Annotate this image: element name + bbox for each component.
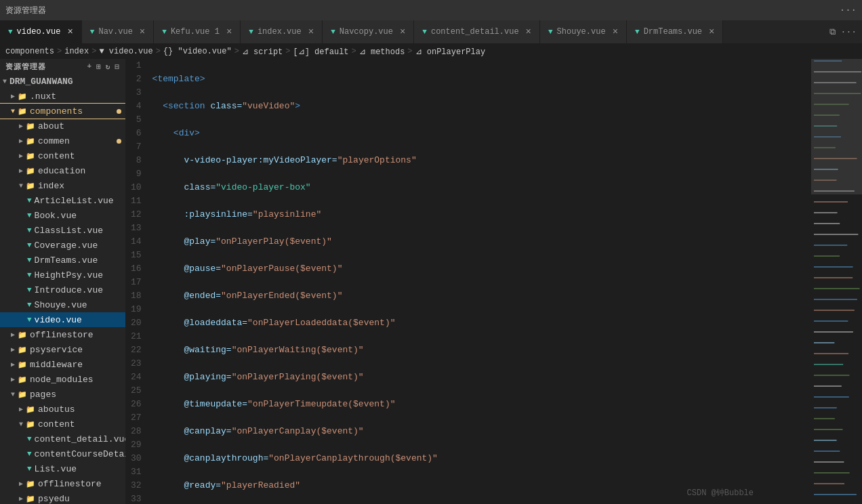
tab-close-icon[interactable]: ×: [613, 26, 618, 37]
sidebar-item-heightpsy[interactable]: ▼ HeightPsy.vue: [0, 268, 125, 282]
sidebar-item-content[interactable]: ▶ 📁 content: [0, 148, 125, 163]
arrow-icon: ▶: [11, 375, 15, 383]
sidebar-item-introduce[interactable]: ▼ Introduce.vue: [0, 282, 125, 297]
item-label: psyedu: [38, 494, 70, 504]
arrow-icon: ▶: [19, 480, 23, 488]
arrow-icon: ▶: [19, 122, 23, 130]
item-label: pages: [30, 390, 56, 400]
sidebar-item-coverage[interactable]: ▼ Coverage.vue: [0, 238, 125, 253]
tab-close-icon[interactable]: ×: [67, 26, 73, 37]
collapse-icon[interactable]: ⊟: [115, 62, 120, 71]
item-label: Coverage.vue: [35, 240, 98, 251]
sidebar-item-offlinestore[interactable]: ▶ 📁 offlinestore: [0, 327, 125, 342]
vue-icon: ▼: [27, 241, 32, 249]
breadcrumb-script-obj[interactable]: {} "video.vue": [163, 47, 232, 56]
more-tabs-icon[interactable]: ···: [841, 27, 857, 37]
sidebar-item-classlist[interactable]: ▼ ClassList.vue: [0, 223, 125, 238]
sidebar-item-index-folder[interactable]: ▼ 📁 index: [0, 178, 125, 193]
arrow-icon: ▶: [19, 405, 23, 413]
tab-close-icon[interactable]: ×: [308, 26, 314, 37]
arrow-icon: ▼: [19, 421, 23, 428]
breadcrumb-components[interactable]: components: [5, 47, 54, 56]
tab-content-detail-vue[interactable]: ▼ content_detail.vue ×: [414, 20, 540, 43]
breadcrumb-video-vue[interactable]: ▼ video.vue: [99, 47, 152, 56]
split-editor-icon[interactable]: ⧉: [829, 27, 836, 37]
refresh-icon[interactable]: ↻: [106, 62, 111, 71]
sidebar-item-psyedu[interactable]: ▶ 📁 psyedu: [0, 491, 125, 504]
breadcrumb-default[interactable]: [⊿] default: [293, 47, 349, 57]
sidebar-item-middleware[interactable]: ▶ 📁 middleware: [0, 357, 125, 372]
sidebar-item-articlelist[interactable]: ▼ ArticleList.vue: [0, 193, 125, 208]
title-dots[interactable]: ···: [840, 5, 857, 16]
vue-icon: ▼: [27, 435, 32, 443]
editor-content[interactable]: 12345 678910 1112131415 1617181920 21222…: [125, 59, 811, 504]
item-label: .nuxt: [30, 91, 56, 102]
sidebar-item-list[interactable]: ▼ List.vue: [0, 461, 125, 476]
vue-icon: ▼: [27, 256, 32, 264]
sidebar-item-content-pages[interactable]: ▼ 📁 content: [0, 417, 125, 432]
vue-icon: ▼: [27, 286, 32, 294]
item-label: psyservice: [30, 345, 83, 355]
sidebar-item-video[interactable]: ▼ video.vue: [0, 312, 125, 327]
vue-icon: ▼: [27, 465, 32, 473]
arrow-icon: ▶: [11, 345, 15, 354]
tab-close-icon[interactable]: ×: [526, 26, 531, 37]
item-label: offlinestore: [38, 479, 102, 489]
sidebar-item-book[interactable]: ▼ Book.vue: [0, 208, 125, 223]
sidebar-item-components[interactable]: ▼ 📁 components: [0, 104, 125, 119]
item-label: ClassList.vue: [35, 226, 103, 236]
sidebar-item-root[interactable]: ▼ DRM_GUANWANG: [0, 74, 125, 89]
tab-index-vue[interactable]: ▼ index.vue ×: [241, 20, 323, 43]
sidebar-item-commen[interactable]: ▶ 📁 commen: [0, 133, 125, 148]
tab-close-icon[interactable]: ×: [400, 26, 405, 37]
sidebar-item-shouye[interactable]: ▼ Shouye.vue: [0, 297, 125, 312]
sep3: >: [156, 47, 161, 56]
breadcrumb-methods[interactable]: ⊿ methods: [359, 47, 405, 57]
sidebar-item-about[interactable]: ▶ 📁 about: [0, 119, 125, 133]
sidebar-item-node-modules[interactable]: ▶ 📁 node_modules: [0, 372, 125, 387]
sidebar-item-psyservice[interactable]: ▶ 📁 psyservice: [0, 342, 125, 357]
tab-video-vue[interactable]: ▼ video.vue ×: [0, 20, 82, 43]
tab-icon: ▼: [422, 28, 427, 36]
sidebar-item-pages[interactable]: ▼ 📁 pages: [0, 387, 125, 402]
sidebar-header: 资源管理器 + ⊞ ↻ ⊟: [0, 59, 125, 74]
sep7: >: [407, 47, 412, 56]
folder-icon: 📁: [26, 167, 35, 175]
breadcrumb-index[interactable]: index: [64, 47, 89, 56]
tab-label: Nav.vue: [98, 27, 132, 37]
arrow-icon: ▼: [19, 182, 23, 190]
tab-icon: ▼: [635, 28, 640, 36]
badge: [117, 139, 121, 144]
item-label: node_modules: [30, 375, 94, 385]
sidebar-item-aboutus[interactable]: ▶ 📁 aboutus: [0, 402, 125, 417]
sidebar-item-drmteams[interactable]: ▼ DrmTeams.vue: [0, 253, 125, 268]
sep4: >: [234, 47, 239, 56]
new-file-icon[interactable]: +: [87, 62, 93, 71]
tab-nav-vue[interactable]: ▼ Nav.vue ×: [82, 20, 154, 43]
tab-icon-vue: ▼: [8, 28, 13, 36]
sidebar-item-education[interactable]: ▶ 📁 education: [0, 163, 125, 178]
breadcrumb-script[interactable]: ⊿ script: [242, 47, 283, 57]
sidebar-item-offlinestore2[interactable]: ▶ 📁 offlinestore: [0, 476, 125, 491]
folder-icon: 📁: [26, 420, 35, 429]
tab-label: video.vue: [17, 27, 61, 37]
sidebar-item-content-detail2[interactable]: ▼ content_detail.vue: [0, 432, 125, 446]
arrow-icon: ▶: [19, 167, 23, 175]
tab-drmteams-vue[interactable]: ▼ DrmTeams.vue ×: [627, 20, 723, 43]
tab-close-icon[interactable]: ×: [709, 26, 714, 37]
new-folder-icon[interactable]: ⊞: [96, 62, 102, 71]
arrow-icon: ▼: [11, 391, 15, 398]
item-label: contentCourseDetail.vue: [35, 449, 125, 459]
code-area[interactable]: <template> <section class="vueVideo"> <d…: [150, 59, 811, 504]
tab-shouye-vue[interactable]: ▼ Shouye.vue ×: [540, 20, 627, 43]
arrow-icon: ▶: [11, 360, 15, 369]
tab-close-icon[interactable]: ×: [226, 26, 232, 37]
tab-close-icon[interactable]: ×: [140, 26, 145, 37]
sidebar-item-nuxt[interactable]: ▶ 📁 .nuxt: [0, 89, 125, 104]
tab-navcopy-vue[interactable]: ▼ Navcopy.vue ×: [323, 20, 414, 43]
sidebar-item-contentcoursedetail[interactable]: ▼ contentCourseDetail.vue: [0, 446, 125, 461]
tab-kefu-vue[interactable]: ▼ Kefu.vue 1 ×: [154, 20, 241, 43]
item-label: content_detail.vue: [35, 434, 125, 444]
breadcrumb-onplayerplay[interactable]: ⊿ onPlayerPlay: [415, 47, 486, 57]
folder-icon: 📁: [26, 137, 35, 146]
